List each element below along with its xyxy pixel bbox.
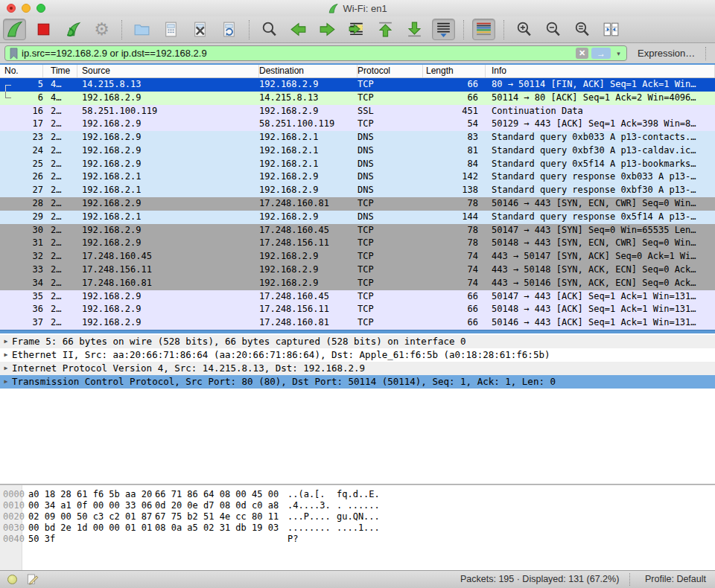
expand-arrow-icon[interactable]: ▶ — [0, 362, 12, 375]
packet-row[interactable]: 282…192.168.2.917.248.160.81TCP7850146 →… — [0, 197, 715, 211]
column-header-info[interactable]: Info — [486, 65, 715, 77]
hex-offset: 0000 — [0, 489, 22, 500]
fullscreen-button[interactable] — [36, 4, 45, 13]
packet-row[interactable]: 242…192.168.2.9192.168.2.1DNS81Standard … — [0, 144, 715, 158]
expand-arrow-icon[interactable]: ▶ — [0, 348, 12, 362]
protocol-tree-row[interactable]: ▶Ethernet II, Src: aa:20:66:71:86:64 (aa… — [0, 348, 715, 362]
protocol-tree-row[interactable]: ▶Frame 5: 66 bytes on wire (528 bits), 6… — [0, 335, 715, 348]
packet-row[interactable]: 54…14.215.8.13192.168.2.9TCP6680 → 50114… — [0, 78, 715, 92]
profile-label[interactable]: Profile: Default — [645, 574, 706, 584]
packet-info: 80 → 50114 [FIN, ACK] Seq=1 Ack=1 Win… — [486, 78, 715, 92]
resize-columns-button[interactable] — [600, 19, 623, 40]
packet-time: 2… — [43, 184, 77, 197]
packet-time: 2… — [43, 144, 77, 158]
previous-packet-button[interactable] — [287, 19, 310, 40]
display-filter-input[interactable]: ip.src==192.168.2.9 or ip.dst==192.168.2… — [4, 45, 627, 61]
start-capture-button[interactable] — [3, 19, 26, 40]
packet-list: 54…14.215.8.13192.168.2.9TCP6680 → 50114… — [0, 78, 715, 330]
packet-row[interactable]: 262…192.168.2.1192.168.2.9DNS142Standard… — [0, 170, 715, 184]
filter-text[interactable]: ip.src==192.168.2.9 or ip.dst==192.168.2… — [22, 48, 573, 59]
conversation-bracket-icon — [5, 92, 11, 98]
packet-row[interactable]: 372…192.168.2.917.248.160.81TCP6650146 →… — [0, 316, 715, 330]
packet-row[interactable]: 292…192.168.2.1192.168.2.9DNS144Standard… — [0, 211, 715, 224]
filter-dropdown-caret-icon[interactable]: ▾ — [614, 50, 623, 57]
auto-scroll-icon — [434, 20, 453, 39]
packet-no: 25 — [0, 158, 43, 171]
packet-destination: 192.168.2.9 — [259, 78, 358, 92]
hex-dump-row[interactable]: 003000 bd 2e 1d 00 00 01 0108 0a a5 02 3… — [0, 523, 715, 534]
packet-destination: 192.168.2.1 — [259, 131, 358, 144]
first-packet-button[interactable] — [374, 19, 397, 40]
bookmark-icon[interactable] — [9, 48, 19, 60]
packet-row[interactable]: 64…192.168.2.914.215.8.13TCP6650114 → 80… — [0, 92, 715, 105]
packet-row[interactable]: 312…192.168.2.917.248.156.11TCP7850148 →… — [0, 237, 715, 250]
column-header-no[interactable]: No. — [0, 65, 43, 77]
hex-dump-row[interactable]: 0000a0 18 28 61 f6 5b aa 2066 71 86 64 0… — [0, 489, 715, 500]
zoom-in-button[interactable] — [512, 19, 536, 40]
column-header-protocol[interactable]: Protocol — [358, 65, 423, 77]
capture-comment-icon[interactable] — [26, 573, 39, 586]
minimize-button[interactable] — [22, 4, 31, 13]
capture-options-button[interactable]: ⚙ — [90, 19, 113, 40]
column-header-destination[interactable]: Destination — [259, 65, 358, 77]
packet-row[interactable]: 272…192.168.2.1192.168.2.9DNS138Standard… — [0, 184, 715, 197]
zoom-out-icon — [544, 20, 562, 39]
packet-row[interactable]: 352…192.168.2.917.248.160.45TCP6650147 →… — [0, 290, 715, 304]
hex-dump-row[interactable]: 001000 34 a1 0f 00 00 33 060d 20 0e d7 0… — [0, 500, 715, 511]
expand-arrow-icon[interactable]: ▶ — [0, 375, 12, 389]
close-button[interactable] — [7, 4, 16, 13]
packet-row[interactable]: 172…192.168.2.958.251.100.119TCP5450129 … — [0, 118, 715, 131]
zoom-original-button[interactable] — [571, 19, 594, 40]
packet-row[interactable]: 162…58.251.100.119192.168.2.9SSL451Conti… — [0, 105, 715, 118]
expression-button[interactable]: Expression… — [638, 48, 695, 59]
packet-info: Standard query response 0xbf30 A p13-… — [486, 184, 715, 197]
zoom-in-icon — [515, 20, 533, 39]
packet-protocol: TCP — [358, 250, 423, 263]
packet-length: 142 — [423, 170, 486, 184]
goto-packet-icon — [347, 20, 366, 39]
close-file-button[interactable] — [188, 19, 212, 40]
expand-arrow-icon[interactable]: ▶ — [0, 335, 12, 348]
packet-destination: 192.168.2.1 — [259, 144, 358, 158]
column-header-length[interactable]: Length — [423, 65, 486, 77]
last-packet-button[interactable] — [403, 19, 426, 40]
open-file-button[interactable] — [130, 19, 153, 40]
packet-row[interactable]: 362…192.168.2.917.248.156.11TCP6650148 →… — [0, 303, 715, 316]
packet-row[interactable]: 332…17.248.156.11192.168.2.9TCP74443 → 5… — [0, 263, 715, 277]
packet-row[interactable]: 302…192.168.2.917.248.160.45TCP7850147 →… — [0, 224, 715, 237]
next-packet-button[interactable] — [316, 19, 339, 40]
goto-packet-button[interactable] — [345, 19, 368, 40]
packet-length: 74 — [423, 250, 486, 263]
packet-length: 78 — [423, 224, 486, 237]
reload-file-button[interactable] — [217, 19, 241, 40]
stop-capture-button[interactable] — [32, 19, 55, 40]
packet-length: 78 — [423, 197, 486, 211]
auto-scroll-button[interactable] — [432, 19, 455, 40]
packet-destination: 17.248.160.45 — [259, 224, 358, 237]
hex-bytes-left: 02 09 00 50 c3 c2 01 87 — [22, 511, 155, 523]
hex-dump-row[interactable]: 002002 09 00 50 c3 c2 01 8767 75 b2 51 4… — [0, 511, 715, 523]
column-header-time[interactable]: Time — [43, 65, 77, 77]
packet-length: 84 — [423, 158, 486, 171]
packet-row[interactable]: 232…192.168.2.9192.168.2.1DNS83Standard … — [0, 131, 715, 144]
find-packet-button[interactable] — [258, 19, 281, 40]
hex-dump-row[interactable]: 004050 3fP? — [0, 534, 715, 545]
protocol-tree-row[interactable]: ▶Transmission Control Protocol, Src Port… — [0, 375, 715, 389]
expert-info-icon[interactable] — [7, 575, 17, 584]
packet-row[interactable]: 342…17.248.160.81192.168.2.9TCP74443 → 5… — [0, 277, 715, 290]
hex-offset: 0030 — [0, 523, 22, 534]
protocol-tree-row[interactable]: ▶Internet Protocol Version 4, Src: 14.21… — [0, 362, 715, 375]
packet-row[interactable]: 322…17.248.160.45192.168.2.9TCP74443 → 5… — [0, 250, 715, 263]
zoom-out-button[interactable] — [541, 19, 565, 40]
restart-capture-button[interactable] — [61, 19, 84, 40]
packet-row[interactable]: 252…192.168.2.9192.168.2.1DNS84Standard … — [0, 158, 715, 171]
filter-clear-button[interactable]: ✕ — [576, 48, 588, 59]
ascii-right: . ...... — [337, 500, 380, 511]
save-file-button[interactable] — [159, 19, 182, 40]
packet-destination: 17.248.160.45 — [259, 290, 358, 304]
filter-apply-button[interactable]: → — [591, 48, 611, 59]
restart-capture-icon — [63, 20, 82, 39]
colorize-button[interactable] — [472, 19, 495, 40]
column-header-source[interactable]: Source — [77, 65, 259, 77]
packet-source: 192.168.2.9 — [77, 290, 259, 304]
